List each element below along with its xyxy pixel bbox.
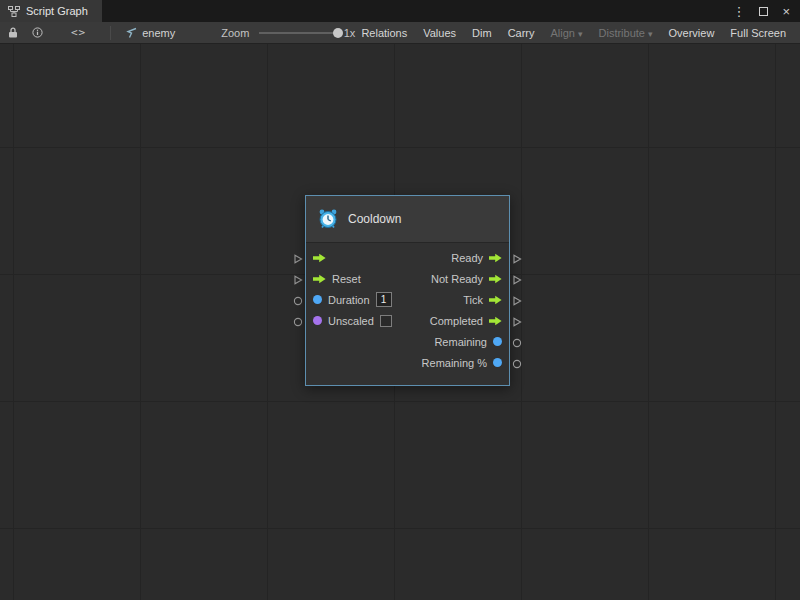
external-flow-output-handle-ready[interactable]	[510, 248, 524, 269]
output-port-label-ready: Ready	[451, 252, 483, 264]
titlebar: Script Graph ⋮ ×	[0, 0, 800, 22]
graph-asset-icon	[125, 27, 137, 39]
toolbar-buttons: RelationsValuesDimCarryAlign▾Distribute▾…	[355, 25, 794, 41]
external-value-output-handle-remaining[interactable]	[510, 332, 524, 353]
node-port-row: Ready	[306, 247, 509, 268]
output-port-label-not-ready: Not Ready	[431, 273, 483, 285]
zoom-slider-track	[259, 32, 335, 34]
output-port-label-completed: Completed	[430, 315, 483, 327]
window-close-icon[interactable]: ×	[782, 5, 790, 18]
input-port-label-unscaled: Unscaled	[328, 315, 374, 327]
flow-output-port-icon-completed[interactable]	[489, 316, 502, 326]
external-flow-output-handle-tick[interactable]	[510, 290, 524, 311]
node-port-row: UnscaledCompleted	[306, 310, 509, 331]
script-graph-tab-icon	[8, 6, 20, 17]
toolbar-separator	[110, 26, 111, 40]
toolbar-button-relations[interactable]: Relations	[355, 25, 413, 41]
graph-name-label: enemy	[142, 27, 175, 39]
toolbar-button-align: Align▾	[545, 25, 589, 41]
tab-script-graph[interactable]: Script Graph	[0, 0, 102, 22]
node-rows: ReadyResetNot ReadyDurationTickUnscaledC…	[306, 243, 509, 385]
output-port-label-remaining: Remaining %	[422, 357, 487, 369]
value-output-port-icon-remaining[interactable]	[493, 337, 502, 346]
right-handles	[510, 195, 524, 386]
lock-icon[interactable]	[8, 27, 18, 38]
external-flow-input-handle-reset[interactable]	[291, 269, 305, 290]
node-port-row: ResetNot Ready	[306, 268, 509, 289]
window-maximize-icon[interactable]	[759, 5, 768, 18]
flow-output-port-icon-tick[interactable]	[489, 295, 502, 305]
dropdown-arrow-icon: ▾	[578, 29, 583, 39]
toolbar-button-overview[interactable]: Overview	[663, 25, 721, 41]
code-icon[interactable]: <>	[71, 27, 86, 38]
script-graph-window: Script Graph ⋮ × <>	[0, 0, 800, 600]
zoom-label: Zoom	[221, 27, 249, 39]
input-port-label-reset: Reset	[332, 273, 361, 285]
input-port-label-duration: Duration	[328, 294, 370, 306]
info-icon[interactable]	[32, 27, 43, 38]
toolbar-button-distribute: Distribute▾	[593, 25, 659, 41]
node-port-row: Remaining	[306, 331, 509, 352]
flow-output-port-icon-ready[interactable]	[489, 253, 502, 263]
node-title: Cooldown	[348, 212, 401, 226]
zoom-value: 1x	[344, 27, 356, 39]
duration-value-field[interactable]	[376, 292, 392, 307]
output-port-label-tick: Tick	[463, 294, 483, 306]
flow-output-port-icon-not-ready[interactable]	[489, 274, 502, 284]
dropdown-arrow-icon: ▾	[648, 29, 653, 39]
node-port-row: Remaining %	[306, 352, 509, 373]
toolbar-button-full-screen[interactable]: Full Screen	[724, 25, 792, 41]
toolbar: <> enemy Zoom 1x RelationsValuesDimCarry…	[0, 22, 800, 44]
toolbar-button-carry[interactable]: Carry	[502, 25, 541, 41]
tab-title: Script Graph	[26, 5, 88, 17]
external-flow-input-handle-flow[interactable]	[291, 248, 305, 269]
external-value-output-handle-remaining[interactable]	[510, 353, 524, 374]
external-value-input-handle-unscaled[interactable]	[291, 311, 305, 332]
flow-input-port-icon-flow[interactable]	[313, 253, 326, 263]
cooldown-node[interactable]: Cooldown ReadyResetNot ReadyDurationTick…	[305, 195, 510, 386]
window-controls: ⋮ ×	[732, 0, 800, 22]
zoom-slider[interactable]	[259, 27, 335, 39]
left-handles	[291, 195, 305, 386]
unscaled-checkbox[interactable]	[380, 315, 392, 327]
cooldown-node-wrap: Cooldown ReadyResetNot ReadyDurationTick…	[291, 195, 524, 386]
external-flow-output-handle-completed[interactable]	[510, 311, 524, 332]
window-menu-icon[interactable]: ⋮	[732, 5, 745, 18]
graph-canvas[interactable]: Cooldown ReadyResetNot ReadyDurationTick…	[0, 44, 800, 600]
toolbar-button-values[interactable]: Values	[417, 25, 462, 41]
alarm-clock-icon	[317, 208, 339, 230]
node-header[interactable]: Cooldown	[306, 196, 509, 243]
zoom-slider-handle[interactable]	[333, 28, 343, 38]
value-input-port-icon-unscaled[interactable]	[313, 316, 322, 325]
node-port-row: DurationTick	[306, 289, 509, 310]
flow-input-port-icon-reset[interactable]	[313, 274, 326, 284]
output-port-label-remaining: Remaining	[434, 336, 487, 348]
external-value-input-handle-duration[interactable]	[291, 290, 305, 311]
value-input-port-icon-duration[interactable]	[313, 295, 322, 304]
toolbar-button-dim[interactable]: Dim	[466, 25, 498, 41]
external-flow-output-handle-not-ready[interactable]	[510, 269, 524, 290]
value-output-port-icon-remaining[interactable]	[493, 358, 502, 367]
